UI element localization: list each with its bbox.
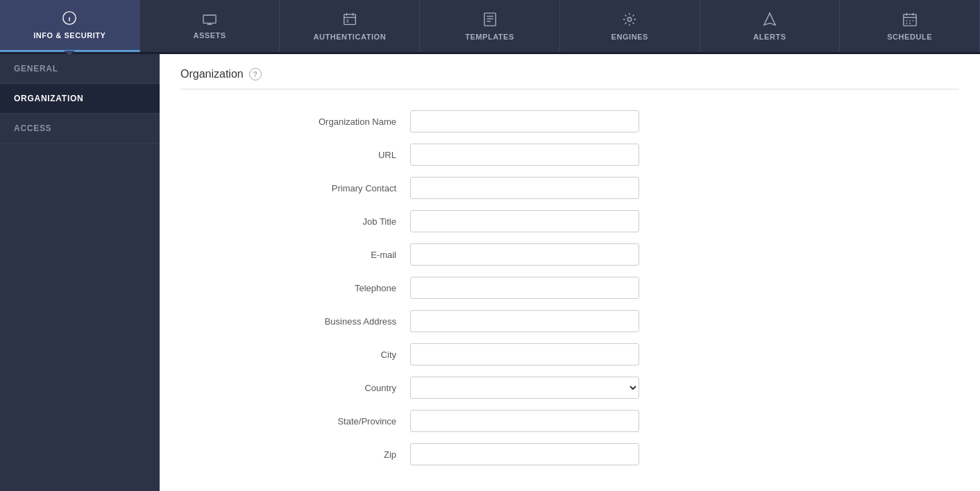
input-job-title[interactable] <box>410 210 639 232</box>
nav-item-assets[interactable]: ASSETS <box>140 0 280 52</box>
nav-label-schedule: SCHEDULE <box>887 33 932 41</box>
input-primary-contact[interactable] <box>410 177 639 199</box>
main-content: Organization ? Organization Name URL Pri… <box>160 54 980 491</box>
input-org-name[interactable] <box>410 110 639 132</box>
label-city: City <box>257 350 410 360</box>
authentication-icon <box>342 12 357 29</box>
form-row-job-title: Job Title <box>257 210 882 232</box>
schedule-icon <box>902 12 918 29</box>
nav-label-engines: ENGINES <box>611 33 648 41</box>
svg-rect-6 <box>344 14 356 24</box>
form-row-zip: Zip <box>257 443 882 465</box>
assets-icon <box>202 13 217 28</box>
nav-item-templates[interactable]: TEMPLATES <box>420 0 560 52</box>
section-header: Organization ? <box>180 68 959 89</box>
form-row-telephone: Telephone <box>257 277 882 299</box>
templates-icon <box>483 12 497 29</box>
label-email: E-mail <box>257 250 410 260</box>
top-navigation: INFO & SECURITY ASSETS AUTHENTICATION <box>0 0 980 54</box>
form-row-city: City <box>257 343 882 365</box>
sidebar-label-organization: ORGANIZATION <box>14 94 83 103</box>
sidebar: GENERAL ORGANIZATION ACCESS <box>0 54 160 491</box>
input-state-province[interactable] <box>410 410 639 432</box>
label-state-province: State/Province <box>257 416 410 427</box>
help-icon[interactable]: ? <box>249 68 262 80</box>
svg-rect-12 <box>484 12 495 25</box>
organization-form: Organization Name URL Primary Contact Jo… <box>257 110 882 465</box>
engines-icon <box>622 12 637 29</box>
form-row-url: URL <box>257 144 882 166</box>
input-zip[interactable] <box>410 443 639 465</box>
svg-rect-17 <box>904 14 916 25</box>
nav-item-info-security[interactable]: INFO & SECURITY <box>0 0 140 52</box>
nav-label-templates: TEMPLATES <box>465 33 514 41</box>
nav-label-info-security: INFO & SECURITY <box>33 31 105 40</box>
input-city[interactable] <box>410 343 639 365</box>
nav-item-alerts[interactable]: ALERTS <box>700 0 840 52</box>
label-zip: Zip <box>257 449 410 460</box>
alerts-icon <box>763 12 777 29</box>
nav-label-assets: ASSETS <box>193 31 226 40</box>
sidebar-item-organization[interactable]: ORGANIZATION <box>0 84 160 114</box>
info-security-icon <box>62 10 77 28</box>
label-primary-contact: Primary Contact <box>257 183 410 193</box>
label-telephone: Telephone <box>257 283 410 293</box>
label-url: URL <box>257 150 410 160</box>
sidebar-item-general[interactable]: GENERAL <box>0 54 160 84</box>
form-row-business-address: Business Address <box>257 310 882 332</box>
label-business-address: Business Address <box>257 316 410 327</box>
label-job-title: Job Title <box>257 216 410 227</box>
sidebar-label-general: GENERAL <box>14 64 58 74</box>
label-country: Country <box>257 383 410 393</box>
svg-rect-3 <box>203 15 216 23</box>
sidebar-label-access: ACCESS <box>14 123 51 133</box>
input-email[interactable] <box>410 243 639 266</box>
input-telephone[interactable] <box>410 277 639 299</box>
form-row-org-name: Organization Name <box>257 110 882 132</box>
select-country[interactable] <box>410 377 639 399</box>
main-layout: GENERAL ORGANIZATION ACCESS Organization… <box>0 54 980 491</box>
form-row-country: Country <box>257 377 882 399</box>
svg-point-16 <box>627 17 632 21</box>
nav-item-engines[interactable]: ENGINES <box>560 0 700 52</box>
sidebar-item-access[interactable]: ACCESS <box>0 114 160 144</box>
form-row-state-province: State/Province <box>257 410 882 432</box>
nav-item-schedule[interactable]: SCHEDULE <box>840 0 980 52</box>
section-title-text: Organization <box>180 68 244 80</box>
nav-item-authentication[interactable]: AUTHENTICATION <box>280 0 420 52</box>
input-business-address[interactable] <box>410 310 639 332</box>
label-org-name: Organization Name <box>257 117 410 127</box>
input-url[interactable] <box>410 144 639 166</box>
form-row-primary-contact: Primary Contact <box>257 177 882 199</box>
form-row-email: E-mail <box>257 243 882 266</box>
nav-label-authentication: AUTHENTICATION <box>313 33 386 41</box>
nav-label-alerts: ALERTS <box>753 33 786 41</box>
